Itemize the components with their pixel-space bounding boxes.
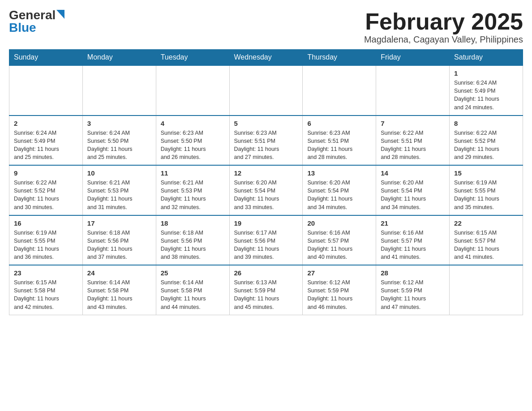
calendar-cell: 22Sunrise: 6:15 AM Sunset: 5:57 PM Dayli…: [450, 215, 523, 265]
day-number: 4: [161, 120, 225, 127]
header-day-friday: Friday: [376, 50, 450, 66]
calendar-cell: 10Sunrise: 6:21 AM Sunset: 5:53 PM Dayli…: [82, 165, 156, 215]
day-info: Sunrise: 6:20 AM Sunset: 5:54 PM Dayligh…: [307, 179, 371, 211]
calendar-cell: [9, 65, 83, 116]
calendar-week-3: 9Sunrise: 6:22 AM Sunset: 5:52 PM Daylig…: [9, 165, 523, 215]
calendar-cell: 27Sunrise: 6:12 AM Sunset: 5:59 PM Dayli…: [303, 265, 376, 315]
calendar-week-5: 23Sunrise: 6:15 AM Sunset: 5:58 PM Dayli…: [9, 265, 523, 315]
day-number: 20: [307, 219, 371, 227]
calendar-cell: 21Sunrise: 6:16 AM Sunset: 5:57 PM Dayli…: [376, 215, 450, 265]
day-info: Sunrise: 6:23 AM Sunset: 5:50 PM Dayligh…: [161, 129, 225, 162]
logo-arrow-icon: [56, 10, 64, 19]
calendar-cell: 20Sunrise: 6:16 AM Sunset: 5:57 PM Dayli…: [303, 215, 376, 265]
calendar-cell: 1Sunrise: 6:24 AM Sunset: 5:49 PM Daylig…: [450, 65, 523, 116]
calendar-cell: 15Sunrise: 6:19 AM Sunset: 5:55 PM Dayli…: [450, 165, 523, 215]
calendar-cell: 7Sunrise: 6:22 AM Sunset: 5:51 PM Daylig…: [376, 116, 450, 166]
calendar-cell: [156, 65, 229, 116]
day-number: 25: [161, 269, 225, 277]
logo-general-text: General: [9, 9, 56, 21]
calendar-cell: [303, 65, 376, 116]
day-number: 5: [234, 120, 298, 127]
day-info: Sunrise: 6:22 AM Sunset: 5:52 PM Dayligh…: [14, 179, 78, 211]
day-number: 16: [14, 219, 78, 227]
calendar-week-2: 2Sunrise: 6:24 AM Sunset: 5:49 PM Daylig…: [9, 116, 523, 166]
calendar-week-1: 1Sunrise: 6:24 AM Sunset: 5:49 PM Daylig…: [9, 65, 523, 116]
day-info: Sunrise: 6:18 AM Sunset: 5:56 PM Dayligh…: [87, 229, 151, 261]
day-info: Sunrise: 6:23 AM Sunset: 5:51 PM Dayligh…: [307, 129, 371, 162]
day-info: Sunrise: 6:16 AM Sunset: 5:57 PM Dayligh…: [381, 229, 445, 261]
header-day-thursday: Thursday: [303, 50, 376, 66]
day-number: 17: [87, 219, 151, 227]
calendar-cell: 16Sunrise: 6:19 AM Sunset: 5:55 PM Dayli…: [9, 215, 83, 265]
calendar-cell: [376, 65, 450, 116]
day-info: Sunrise: 6:14 AM Sunset: 5:58 PM Dayligh…: [87, 278, 151, 311]
day-info: Sunrise: 6:12 AM Sunset: 5:59 PM Dayligh…: [381, 278, 445, 311]
day-info: Sunrise: 6:15 AM Sunset: 5:57 PM Dayligh…: [454, 229, 518, 261]
day-info: Sunrise: 6:19 AM Sunset: 5:55 PM Dayligh…: [454, 179, 518, 211]
calendar-cell: 4Sunrise: 6:23 AM Sunset: 5:50 PM Daylig…: [156, 116, 229, 166]
calendar-cell: 28Sunrise: 6:12 AM Sunset: 5:59 PM Dayli…: [376, 265, 450, 315]
calendar-cell: 18Sunrise: 6:18 AM Sunset: 5:56 PM Dayli…: [156, 215, 229, 265]
day-number: 26: [234, 269, 298, 277]
day-number: 8: [454, 120, 518, 127]
day-info: Sunrise: 6:23 AM Sunset: 5:51 PM Dayligh…: [234, 129, 298, 162]
calendar-cell: 8Sunrise: 6:22 AM Sunset: 5:52 PM Daylig…: [450, 116, 523, 166]
header-row: SundayMondayTuesdayWednesdayThursdayFrid…: [9, 50, 523, 66]
calendar-cell: 12Sunrise: 6:20 AM Sunset: 5:54 PM Dayli…: [229, 165, 303, 215]
calendar-cell: [229, 65, 303, 116]
header-day-wednesday: Wednesday: [229, 50, 303, 66]
day-info: Sunrise: 6:14 AM Sunset: 5:58 PM Dayligh…: [161, 278, 225, 311]
svg-marker-0: [56, 10, 64, 19]
day-number: 6: [307, 120, 371, 127]
day-info: Sunrise: 6:12 AM Sunset: 5:59 PM Dayligh…: [307, 278, 371, 311]
calendar-title: February 2025: [364, 9, 523, 34]
day-number: 22: [454, 219, 518, 227]
header-day-tuesday: Tuesday: [156, 50, 229, 66]
day-number: 15: [454, 169, 518, 177]
calendar-cell: [82, 65, 156, 116]
calendar-week-4: 16Sunrise: 6:19 AM Sunset: 5:55 PM Dayli…: [9, 215, 523, 265]
day-number: 28: [381, 269, 445, 277]
day-number: 27: [307, 269, 371, 277]
calendar-cell: 14Sunrise: 6:20 AM Sunset: 5:54 PM Dayli…: [376, 165, 450, 215]
day-info: Sunrise: 6:22 AM Sunset: 5:51 PM Dayligh…: [381, 129, 445, 162]
calendar-cell: 23Sunrise: 6:15 AM Sunset: 5:58 PM Dayli…: [9, 265, 83, 315]
day-info: Sunrise: 6:13 AM Sunset: 5:59 PM Dayligh…: [234, 278, 298, 311]
calendar-table: SundayMondayTuesdayWednesdayThursdayFrid…: [9, 49, 523, 315]
calendar-cell: 6Sunrise: 6:23 AM Sunset: 5:51 PM Daylig…: [303, 116, 376, 166]
calendar-subtitle: Magdalena, Cagayan Valley, Philippines: [364, 34, 523, 45]
calendar-cell: 24Sunrise: 6:14 AM Sunset: 5:58 PM Dayli…: [82, 265, 156, 315]
day-number: 12: [234, 169, 298, 177]
day-number: 24: [87, 269, 151, 277]
day-info: Sunrise: 6:22 AM Sunset: 5:52 PM Dayligh…: [454, 129, 518, 162]
day-number: 13: [307, 169, 371, 177]
day-number: 9: [14, 169, 78, 177]
page-header: General Blue February 2025 Magdalena, Ca…: [9, 9, 523, 45]
day-info: Sunrise: 6:24 AM Sunset: 5:49 PM Dayligh…: [454, 79, 518, 111]
header-day-saturday: Saturday: [450, 50, 523, 66]
day-info: Sunrise: 6:18 AM Sunset: 5:56 PM Dayligh…: [161, 229, 225, 261]
calendar-cell: 17Sunrise: 6:18 AM Sunset: 5:56 PM Dayli…: [82, 215, 156, 265]
day-info: Sunrise: 6:21 AM Sunset: 5:53 PM Dayligh…: [87, 179, 151, 211]
calendar-cell: 2Sunrise: 6:24 AM Sunset: 5:49 PM Daylig…: [9, 116, 83, 166]
day-info: Sunrise: 6:20 AM Sunset: 5:54 PM Dayligh…: [381, 179, 445, 211]
day-info: Sunrise: 6:19 AM Sunset: 5:55 PM Dayligh…: [14, 229, 78, 261]
calendar-cell: 13Sunrise: 6:20 AM Sunset: 5:54 PM Dayli…: [303, 165, 376, 215]
title-block: February 2025 Magdalena, Cagayan Valley,…: [364, 9, 523, 45]
day-info: Sunrise: 6:15 AM Sunset: 5:58 PM Dayligh…: [14, 278, 78, 311]
day-number: 2: [14, 120, 78, 127]
calendar-body: 1Sunrise: 6:24 AM Sunset: 5:49 PM Daylig…: [9, 65, 523, 315]
day-number: 19: [234, 219, 298, 227]
calendar-cell: 3Sunrise: 6:24 AM Sunset: 5:50 PM Daylig…: [82, 116, 156, 166]
day-number: 23: [14, 269, 78, 277]
calendar-cell: [450, 265, 523, 315]
calendar-cell: 19Sunrise: 6:17 AM Sunset: 5:56 PM Dayli…: [229, 215, 303, 265]
day-info: Sunrise: 6:17 AM Sunset: 5:56 PM Dayligh…: [234, 229, 298, 261]
day-info: Sunrise: 6:24 AM Sunset: 5:50 PM Dayligh…: [87, 129, 151, 162]
day-info: Sunrise: 6:16 AM Sunset: 5:57 PM Dayligh…: [307, 229, 371, 261]
day-info: Sunrise: 6:21 AM Sunset: 5:53 PM Dayligh…: [161, 179, 225, 211]
calendar-cell: 11Sunrise: 6:21 AM Sunset: 5:53 PM Dayli…: [156, 165, 229, 215]
day-number: 11: [161, 169, 225, 177]
day-number: 18: [161, 219, 225, 227]
day-number: 7: [381, 120, 445, 127]
